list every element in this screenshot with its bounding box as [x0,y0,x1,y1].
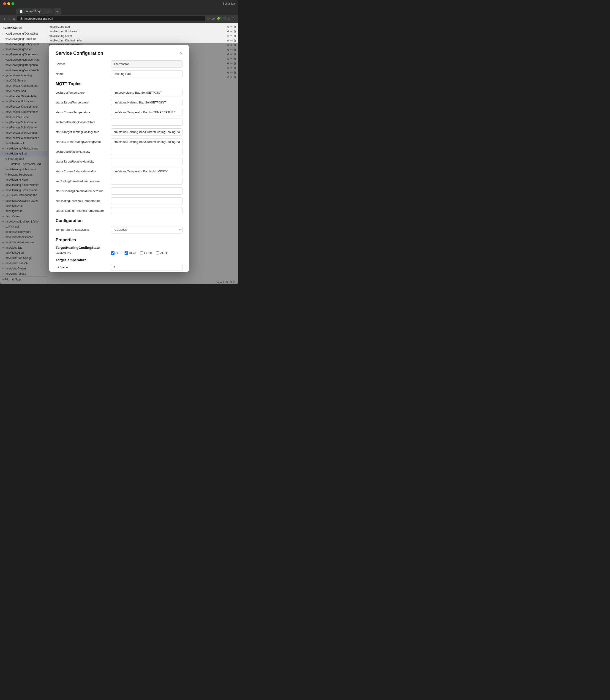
mqtt-field-input[interactable] [111,158,182,165]
mqtt-field-label: statusTargetRelativeHumidity [55,160,108,163]
service-input[interactable] [111,61,182,67]
mqtt-field-row: setHeatingThresholdTemperature [55,197,182,205]
checkbox-item[interactable]: HEAT [125,251,137,255]
mqtt-field-label: setTargetRelativeHumidity [55,150,108,153]
modal-header: Service Configuration × [55,51,182,56]
name-label: Name [55,72,108,76]
mqtt-field-input[interactable] [111,118,182,126]
min-value-label: minValue [55,265,108,269]
mqtt-field-input[interactable] [111,138,182,145]
reload-button[interactable]: ↻ [13,17,15,21]
mqtt-field-input[interactable] [111,89,182,96]
add-icon[interactable]: ⊕ [227,34,229,37]
list-item: hm//Heizung Keller⊕✏🗑 [47,34,238,38]
mqtt-field-label: statusHeatingThresholdTemperature [55,209,108,212]
mqtt-field-row: statusCurrentTemperature [55,109,182,116]
delete-icon[interactable]: 🗑 [234,25,236,28]
config-section-title: Configuration [55,218,182,223]
edit-icon[interactable]: ✏ [230,25,232,28]
list-item-label: hm//Heizung Hobbyraum [49,30,79,33]
minimize-button[interactable] [7,2,10,5]
min-value-input[interactable] [111,264,182,271]
modal-dialog: Service Configuration × Service Name MQT… [49,45,189,272]
mqtt-field-input[interactable] [111,188,182,195]
mqtt-field-input[interactable] [111,168,182,175]
add-icon[interactable]: ⊕ [227,30,229,33]
main-content: homekit2mqtt +var//Bewegung/Gästetöilet+… [0,23,238,284]
shield-icon[interactable]: 🛡 [223,17,226,21]
mqtt-field-input[interactable] [111,178,182,185]
checkbox-input[interactable] [111,251,114,255]
sidebar-item[interactable]: +var//Bewegung/Haustüre [0,36,47,42]
list-item: hm//Heizung Hobbyraum⊕✏🗑 [47,29,238,34]
mqtt-field-label: setTargetTemperature [55,91,108,94]
bookmark-icon[interactable]: ☆ [207,17,210,21]
mqtt-field-input[interactable] [111,148,182,155]
maximize-button[interactable] [12,2,14,5]
menu-icon[interactable]: ≡ [228,17,230,21]
add-icon[interactable]: ⊕ [227,25,229,28]
mqtt-field-row: statusTargetTemperature [55,99,182,106]
checkbox-input[interactable] [140,251,143,255]
target-heating-subsection: TargetHeatingCoolingState [55,246,182,249]
close-button[interactable] [3,2,6,5]
list-item-actions: ⊕✏🗑 [227,30,236,33]
mqtt-field-label: statusTargetTemperature [55,101,108,104]
mqtt-field-input[interactable] [111,109,182,116]
back-button[interactable]: ‹ [3,16,6,21]
delete-icon[interactable]: 🗑 [234,39,236,42]
name-input[interactable] [111,70,182,77]
modal-close-button[interactable]: × [180,51,182,55]
checkbox-label: OFF [115,251,122,255]
mqtt-field-input[interactable] [111,99,182,106]
more-icon[interactable]: ⋮ [232,17,236,21]
forward-button[interactable]: › [7,16,11,21]
valid-values-label: validValues [55,251,108,255]
mqtt-field-label: statusTargetHeatingCoolingState [55,130,108,134]
mqtt-field-row: setCoolingThresholdTemperature [55,178,182,185]
toolbar-actions: ☆ ⟳ 🧩 🛡 ≡ ⋮ [207,17,236,21]
tab-title: homekit2mqtt [25,10,41,13]
mqtt-field-label: statusCurrentRelativeHumidity [55,169,108,173]
address-bar[interactable]: 🔒 microserver:51888/ui/ [17,16,205,21]
list-item-label: hm//Heizung Bad [49,25,70,28]
sidebar-item[interactable]: +var//Bewegung/Gästetöilet [0,31,47,36]
mqtt-field-row: setTargetHeatingCoolingState [55,118,182,126]
min-value-row: minValue [55,264,182,271]
temp-display-row: TemperatureDisplayUnits CELSIUSFAHRENHEI… [55,226,182,233]
edit-icon[interactable]: ✏ [230,34,232,37]
list-item-actions: ⊕✏🗑 [227,39,236,42]
mqtt-field-label: setTargetHeatingCoolingState [55,120,108,124]
active-tab[interactable]: 📄 homekit2mqtt ✕ [16,9,53,14]
checkbox-label: HEAT [129,251,137,255]
sidebar-item-label: var//Bewegung/Haustüre [5,37,36,41]
refresh-icon[interactable]: ⟳ [212,17,215,21]
checkbox-input[interactable] [156,251,159,255]
mqtt-field-row: statusTargetRelativeHumidity [55,158,182,165]
checkbox-item[interactable]: COOL [140,251,153,255]
new-tab-button[interactable]: + [53,8,61,15]
checkbox-item[interactable]: AUTO [156,251,168,255]
mqtt-field-input[interactable] [111,197,182,205]
add-icon[interactable]: ⊕ [227,39,229,42]
list-item: hm//Heizung Kinderzimmer⊕✏🗑 [47,38,238,43]
mqtt-field-input[interactable] [111,207,182,214]
extensions-icon[interactable]: 🧩 [216,17,221,21]
mqtt-field-row: setTargetTemperature [55,89,182,96]
tab-bar: 📄 homekit2mqtt ✕ + [0,7,238,15]
name-row: Name [55,70,182,77]
tab-favicon: 📄 [20,10,23,13]
delete-icon[interactable]: 🗑 [234,30,236,33]
edit-icon[interactable]: ✏ [230,39,232,42]
temp-display-select[interactable]: CELSIUSFAHRENHEIT [111,226,182,233]
mqtt-field-input[interactable] [111,128,182,135]
toolbar: ‹ › ↻ 🔒 microserver:51888/ui/ ☆ ⟳ 🧩 🛡 ≡ … [0,15,238,23]
tab-close-button[interactable]: ✕ [47,10,49,13]
service-row: Service [55,61,182,67]
checkbox-item[interactable]: OFF [111,251,122,255]
list-item-label: hm//Heizung Kinderzimmer [49,39,82,42]
mqtt-field-label: setHeatingThresholdTemperature [55,199,108,202]
edit-icon[interactable]: ✏ [230,30,232,33]
checkbox-input[interactable] [125,251,128,255]
delete-icon[interactable]: 🗑 [234,34,236,37]
